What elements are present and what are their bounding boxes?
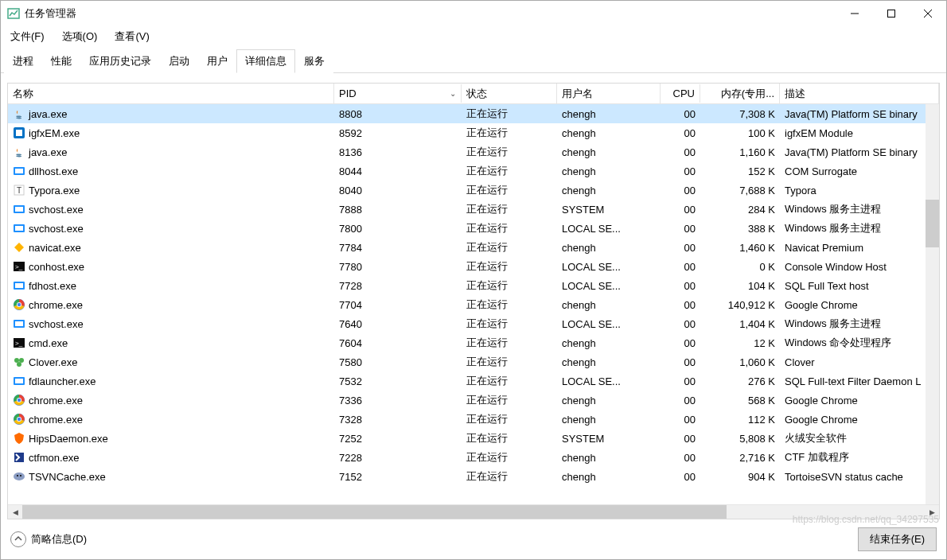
cell-pid: 7800 bbox=[334, 220, 462, 237]
col-name[interactable]: 名称 bbox=[8, 84, 334, 104]
scroll-left-icon[interactable]: ◀ bbox=[8, 505, 22, 519]
table-row[interactable]: svchost.exe7800正在运行LOCAL SE...00388 KWin… bbox=[8, 219, 939, 238]
col-pid[interactable]: PID⌄ bbox=[334, 84, 462, 103]
tab-performance[interactable]: 性能 bbox=[42, 49, 80, 73]
cell-name: java.exe bbox=[8, 105, 334, 122]
svg-point-28 bbox=[19, 358, 24, 363]
process-icon bbox=[13, 203, 25, 216]
cell-pid: 7252 bbox=[334, 430, 462, 447]
cell-name: igfxEM.exe bbox=[8, 124, 334, 142]
process-icon: >_ bbox=[13, 260, 25, 273]
col-user[interactable]: 用户名 bbox=[557, 84, 661, 104]
table-row[interactable]: TSVNCache.exe7152正在运行chengh00904 KTortoi… bbox=[8, 467, 939, 486]
cell-user: LOCAL SE... bbox=[557, 373, 661, 390]
scroll-right-icon[interactable]: ▶ bbox=[925, 505, 939, 519]
table-row[interactable]: Clover.exe7580正在运行chengh001,060 KClover bbox=[8, 352, 939, 371]
maximize-button[interactable] bbox=[873, 1, 910, 26]
close-button[interactable] bbox=[910, 1, 946, 26]
table-row[interactable]: ctfmon.exe7228正在运行chengh002,716 KCTF 加载程… bbox=[8, 448, 939, 467]
col-memory[interactable]: 内存(专用... bbox=[700, 84, 780, 104]
titlebar: 任务管理器 bbox=[1, 1, 946, 26]
window-title: 任务管理器 bbox=[25, 6, 836, 21]
process-icon bbox=[13, 222, 25, 235]
tab-startup[interactable]: 启动 bbox=[160, 49, 198, 73]
cell-pid: 7604 bbox=[334, 335, 462, 352]
tab-details[interactable]: 详细信息 bbox=[236, 49, 295, 73]
horizontal-scrollbar[interactable]: ◀ ▶ bbox=[8, 504, 939, 519]
menu-options[interactable]: 选项(O) bbox=[59, 28, 101, 45]
svg-point-29 bbox=[17, 362, 21, 367]
table-row[interactable]: fdhost.exe7728正在运行LOCAL SE...00104 KSQL … bbox=[8, 276, 939, 295]
tab-processes[interactable]: 进程 bbox=[4, 49, 42, 73]
table-row[interactable]: chrome.exe7704正在运行chengh00140,912 KGoogl… bbox=[8, 295, 939, 314]
chevron-up-icon bbox=[10, 531, 26, 547]
cell-status: 正在运行 bbox=[462, 238, 557, 257]
cell-cpu: 00 bbox=[661, 239, 700, 256]
cell-user: LOCAL SE... bbox=[557, 278, 661, 294]
cell-cpu: 00 bbox=[661, 430, 700, 447]
table-row[interactable]: HipsDaemon.exe7252正在运行SYSTEM005,808 K火绒安… bbox=[8, 429, 939, 448]
cell-cpu: 00 bbox=[661, 106, 700, 122]
process-icon bbox=[13, 375, 25, 387]
table-row[interactable]: TTypora.exe8040正在运行chengh007,688 KTypora bbox=[8, 181, 939, 200]
cell-memory: 7,308 K bbox=[700, 106, 780, 122]
cell-user: SYSTEM bbox=[557, 201, 661, 218]
cell-memory: 0 K bbox=[700, 259, 780, 275]
table-row[interactable]: navicat.exe7784正在运行chengh001,460 KNavica… bbox=[8, 238, 939, 257]
cell-status: 正在运行 bbox=[462, 142, 557, 161]
tab-users[interactable]: 用户 bbox=[198, 49, 236, 73]
cell-user: chengh bbox=[557, 469, 661, 485]
cell-user: LOCAL SE... bbox=[557, 316, 661, 332]
cell-description: SQL Full-text Filter Daemon L bbox=[780, 373, 939, 390]
cell-description: igfxEM Module bbox=[780, 125, 939, 142]
table-row[interactable]: chrome.exe7336正在运行chengh00568 KGoogle Ch… bbox=[8, 391, 939, 410]
col-description[interactable]: 描述 bbox=[780, 84, 939, 104]
cell-cpu: 00 bbox=[661, 316, 700, 332]
cell-memory: 388 K bbox=[700, 220, 780, 237]
menu-view[interactable]: 查看(V) bbox=[111, 28, 152, 45]
cell-description: Google Chrome bbox=[780, 392, 939, 409]
svg-rect-2 bbox=[888, 10, 895, 18]
cell-name: fdhost.exe bbox=[8, 277, 334, 294]
cell-pid: 8808 bbox=[334, 106, 462, 122]
cell-name: dllhost.exe bbox=[8, 162, 334, 180]
col-status[interactable]: 状态 bbox=[462, 84, 557, 104]
end-task-button[interactable]: 结束任务(E) bbox=[858, 527, 937, 551]
svg-rect-8 bbox=[15, 169, 23, 173]
vertical-scrollbar[interactable] bbox=[926, 104, 939, 504]
table-row[interactable]: fdlauncher.exe7532正在运行LOCAL SE...00276 K… bbox=[8, 371, 939, 391]
tab-services[interactable]: 服务 bbox=[295, 49, 333, 73]
table-row[interactable]: dllhost.exe8044正在运行chengh00152 KCOM Surr… bbox=[8, 161, 939, 181]
minimize-button[interactable] bbox=[836, 1, 873, 26]
menu-file[interactable]: 文件(F) bbox=[7, 28, 48, 45]
table-row[interactable]: igfxEM.exe8592正在运行chengh00100 KigfxEM Mo… bbox=[8, 123, 939, 142]
table-body: java.exe8808正在运行chengh007,308 KJava(TM) … bbox=[8, 104, 939, 504]
cell-memory: 104 K bbox=[700, 278, 780, 294]
process-icon bbox=[13, 107, 25, 120]
cell-pid: 7580 bbox=[334, 354, 462, 371]
table-row[interactable]: >_cmd.exe7604正在运行chengh0012 KWindows 命令处… bbox=[8, 333, 939, 352]
cell-pid: 8136 bbox=[334, 144, 462, 161]
cell-user: chengh bbox=[557, 297, 661, 313]
fewer-details-button[interactable]: 简略信息(D) bbox=[10, 531, 87, 547]
cell-cpu: 00 bbox=[661, 335, 700, 352]
table-row[interactable]: java.exe8808正在运行chengh007,308 KJava(TM) … bbox=[8, 104, 939, 123]
cell-description: Windows 命令处理程序 bbox=[780, 333, 939, 352]
table-row[interactable]: chrome.exe7328正在运行chengh00112 KGoogle Ch… bbox=[8, 410, 939, 429]
cell-pid: 7704 bbox=[334, 297, 462, 313]
cell-status: 正在运行 bbox=[462, 295, 557, 314]
svg-point-39 bbox=[18, 418, 21, 421]
tab-history[interactable]: 应用历史记录 bbox=[80, 49, 160, 73]
cell-description: Google Chrome bbox=[780, 297, 939, 313]
table-row[interactable]: >_conhost.exe7780正在运行LOCAL SE...000 KCon… bbox=[8, 257, 939, 276]
cell-memory: 100 K bbox=[700, 125, 780, 142]
table-row[interactable]: java.exe8136正在运行chengh001,160 KJava(TM) … bbox=[8, 142, 939, 161]
cell-description: Google Chrome bbox=[780, 411, 939, 428]
scrollbar-thumb[interactable] bbox=[926, 200, 939, 247]
col-cpu[interactable]: CPU bbox=[661, 84, 700, 103]
scrollbar-thumb[interactable] bbox=[22, 505, 727, 519]
cell-cpu: 00 bbox=[661, 297, 700, 313]
table-row[interactable]: svchost.exe7888正在运行SYSTEM00284 KWindows … bbox=[8, 200, 939, 219]
cell-name: Clover.exe bbox=[8, 353, 334, 371]
table-row[interactable]: svchost.exe7640正在运行LOCAL SE...001,404 KW… bbox=[8, 314, 939, 333]
